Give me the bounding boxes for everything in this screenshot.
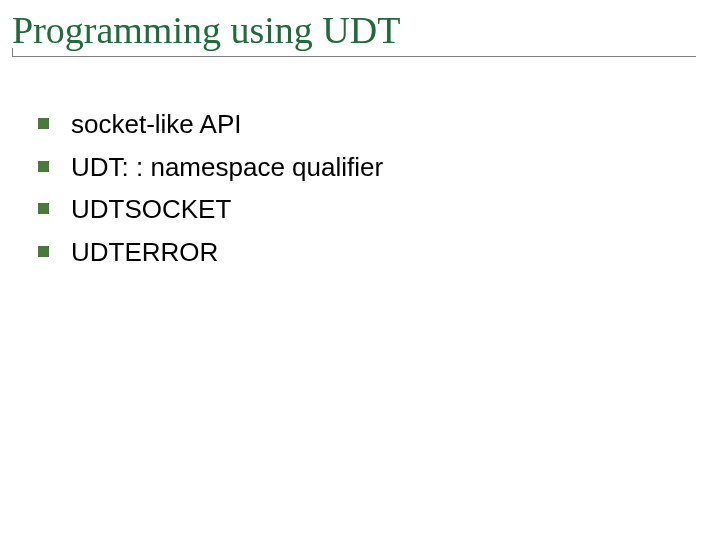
list-item-text: socket-like API	[71, 108, 242, 141]
list-item-text: UDTERROR	[71, 236, 218, 269]
square-bullet-icon	[38, 118, 49, 129]
list-item: UDTERROR	[38, 236, 680, 269]
square-bullet-icon	[38, 161, 49, 172]
list-item-text: UDTSOCKET	[71, 193, 231, 226]
list-item-text: UDT: : namespace qualifier	[71, 151, 383, 184]
square-bullet-icon	[38, 203, 49, 214]
square-bullet-icon	[38, 246, 49, 257]
title-rule	[12, 56, 696, 57]
list-item: socket-like API	[38, 108, 680, 141]
slide-body: socket-like API UDT: : namespace qualifi…	[38, 108, 680, 278]
list-item: UDT: : namespace qualifier	[38, 151, 680, 184]
title-wrap: Programming using UDT	[12, 8, 696, 58]
slide-title: Programming using UDT	[12, 8, 696, 58]
title-rule-tick	[12, 48, 13, 56]
list-item: UDTSOCKET	[38, 193, 680, 226]
slide: Programming using UDT socket-like API UD…	[0, 0, 720, 540]
